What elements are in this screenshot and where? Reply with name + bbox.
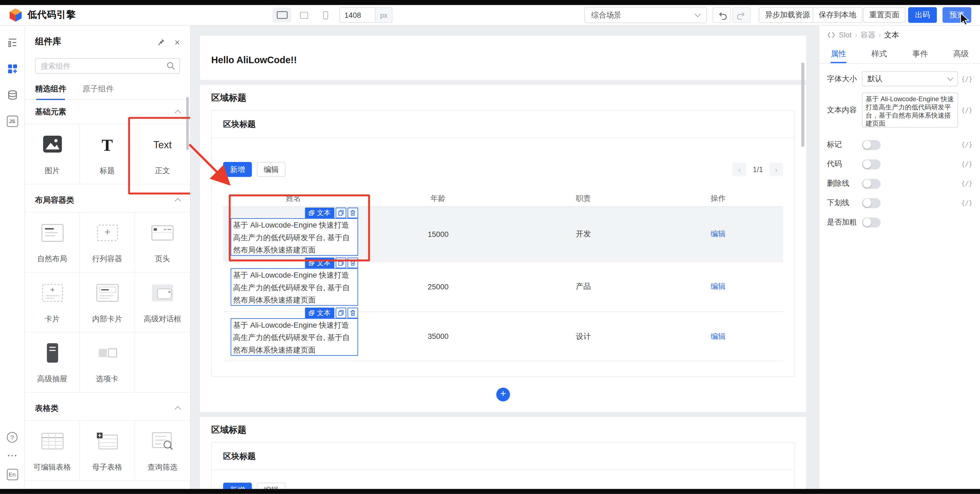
text-component-selected[interactable]: 基于 Ali-Lowcode-Engine 快速打造高生产力的低代码研发平台, …: [231, 218, 358, 256]
title-icon: T: [102, 135, 113, 155]
component-item-natural-layout[interactable]: 自然布局: [25, 212, 80, 272]
row-edit-link[interactable]: 编辑: [654, 331, 782, 342]
selected-component-tag[interactable]: 文本: [305, 258, 334, 268]
image-icon: [38, 134, 66, 156]
component-item-image[interactable]: 图片: [25, 124, 80, 184]
code-toggle[interactable]: [862, 159, 881, 169]
chevron-up-icon: [175, 406, 181, 413]
language-icon[interactable]: En: [6, 469, 18, 480]
prev-page-button[interactable]: ‹: [733, 163, 746, 176]
reset-page-button[interactable]: 重置页面: [863, 7, 905, 23]
area-title: 区域标题: [212, 92, 795, 104]
breadcrumb-text-node[interactable]: 文本: [884, 30, 899, 40]
component-item-advanced-dialog[interactable]: 高级对话框: [135, 273, 190, 333]
tab-props[interactable]: 属性: [831, 44, 846, 63]
scenario-select[interactable]: 综合场景: [584, 7, 707, 23]
component-label: 高级对话框: [144, 314, 181, 324]
mark-toggle[interactable]: [862, 140, 881, 150]
text-content-textarea[interactable]: 基于 Ali-Lowcode-Engine 快速打造高生产力的低代码研发平台，基…: [862, 92, 958, 127]
component-item-page-header[interactable]: 页头: [135, 212, 190, 272]
page-title: Hello AliLowCode!!: [200, 35, 806, 80]
breadcrumb-slot[interactable]: Slot: [838, 30, 851, 39]
strikethrough-toggle[interactable]: [862, 178, 881, 189]
edit-button[interactable]: 编辑: [257, 162, 285, 177]
component-label: 正文: [155, 166, 170, 177]
bold-toggle[interactable]: [862, 217, 881, 227]
device-phone-button[interactable]: [317, 7, 335, 22]
component-item-title[interactable]: T 标题: [80, 124, 135, 184]
add-section-button[interactable]: +: [496, 387, 510, 401]
datasource-icon[interactable]: [6, 89, 18, 100]
preview-button[interactable]: 预览: [943, 7, 971, 23]
canvas-page[interactable]: Hello AliLowCode!! 区域标题 区块标题 新增 编辑 ‹ 1/1…: [200, 35, 806, 489]
binding-badge[interactable]: {/}: [961, 142, 972, 148]
component-tag-icon: [309, 210, 315, 216]
more-icon[interactable]: ⋯: [7, 453, 18, 459]
component-item-master-detail-table[interactable]: 母子表格: [80, 421, 135, 481]
tab-atomic-components[interactable]: 原子组件: [83, 84, 114, 99]
selection-toolbar: 文本: [305, 308, 358, 319]
help-icon[interactable]: ?: [7, 432, 18, 443]
selected-component-tag[interactable]: 文本: [305, 308, 334, 319]
device-desktop-button[interactable]: [273, 7, 291, 22]
component-item-editable-table[interactable]: 可编辑表格: [25, 421, 80, 481]
tab-events[interactable]: 事件: [912, 44, 928, 63]
panel-scrollbar[interactable]: [186, 97, 189, 150]
tab-featured-components[interactable]: 精选组件: [35, 84, 66, 99]
text-component-selected[interactable]: 基于 Ali-Lowcode-Engine 快速打造高生产力的低代码研发平台, …: [231, 268, 358, 306]
window-bottom-strip: [0, 489, 980, 494]
device-tablet-button[interactable]: [294, 7, 313, 22]
design-canvas: Hello AliLowCode!! 区域标题 区块标题 新增 编辑 ‹ 1/1…: [191, 26, 819, 489]
binding-badge[interactable]: {/}: [961, 199, 972, 206]
section-basic-elements[interactable]: 基础元素: [25, 105, 190, 119]
close-icon[interactable]: ×: [175, 37, 180, 46]
copy-component-button[interactable]: [336, 258, 346, 268]
trash-icon: [350, 210, 356, 217]
section-tables[interactable]: 表格类: [25, 401, 190, 415]
add-button[interactable]: 新增: [223, 483, 252, 489]
delete-component-button[interactable]: [348, 208, 358, 218]
font-size-select[interactable]: 默认: [862, 72, 958, 86]
component-item-inner-card[interactable]: 内部卡片: [80, 273, 135, 333]
binding-badge[interactable]: {/}: [961, 161, 972, 167]
selected-component-tag[interactable]: 文本: [305, 208, 334, 218]
binding-badge[interactable]: {/}: [961, 75, 972, 82]
component-item-row-col-container[interactable]: 行列容器: [80, 212, 135, 272]
copy-component-button[interactable]: [336, 308, 346, 319]
search-input[interactable]: [35, 58, 180, 74]
row-edit-link[interactable]: 编辑: [654, 282, 782, 292]
canvas-width-input[interactable]: [339, 7, 376, 23]
component-item-tabs[interactable]: 选项卡: [80, 333, 135, 392]
export-code-button[interactable]: 出码: [908, 7, 937, 23]
save-local-button[interactable]: 保存到本地: [812, 7, 862, 23]
field-underline: 下划线 {/}: [827, 193, 973, 212]
canvas-scrollbar[interactable]: [801, 63, 804, 147]
redo-button[interactable]: [733, 7, 751, 23]
text-component-selected[interactable]: 基于 Ali-Lowcode-Engine 快速打造高生产力的低代码研发平台, …: [231, 318, 358, 355]
next-page-button[interactable]: ›: [770, 163, 783, 176]
undo-button[interactable]: [713, 7, 730, 23]
pin-icon[interactable]: [158, 38, 166, 46]
binding-badge[interactable]: {/}: [961, 180, 972, 187]
section-layout-containers[interactable]: 布局容器类: [25, 193, 190, 207]
component-item-text[interactable]: Text 正文: [135, 124, 190, 184]
column-header-duty: 职责: [512, 193, 654, 204]
tab-advanced[interactable]: 高级: [953, 44, 969, 63]
breadcrumb-container[interactable]: 容器: [861, 30, 875, 40]
row-edit-link[interactable]: 编辑: [654, 229, 782, 240]
delete-component-button[interactable]: [348, 308, 358, 319]
components-panel-icon[interactable]: [6, 63, 18, 74]
component-item-query-filter[interactable]: 查询筛选: [135, 421, 190, 481]
component-item-advanced-drawer[interactable]: 高级抽屉: [25, 333, 80, 392]
async-load-button[interactable]: 异步加载资源: [759, 7, 816, 23]
js-panel-icon[interactable]: JS: [6, 116, 18, 127]
binding-badge[interactable]: {/}: [961, 107, 972, 113]
edit-button[interactable]: 编辑: [257, 483, 285, 489]
delete-component-button[interactable]: [348, 258, 358, 268]
component-item-card[interactable]: 卡片: [25, 273, 80, 333]
tab-style[interactable]: 样式: [872, 44, 887, 63]
outline-tree-icon[interactable]: [6, 37, 18, 48]
add-button[interactable]: 新增: [223, 162, 252, 177]
copy-component-button[interactable]: [336, 208, 346, 218]
underline-toggle[interactable]: [862, 198, 881, 208]
